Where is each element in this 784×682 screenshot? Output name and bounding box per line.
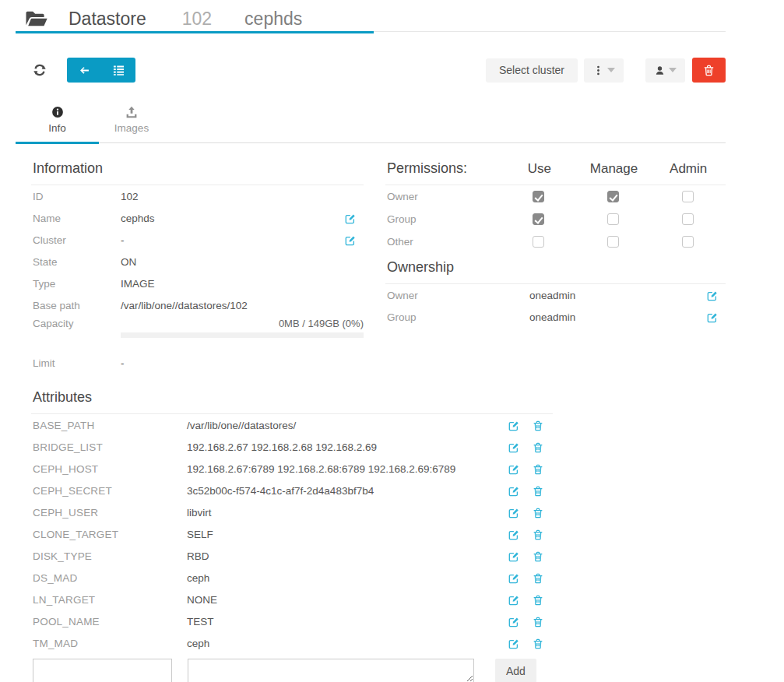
permissions-col-manage: Manage [577, 161, 652, 177]
other-use-checkbox[interactable] [533, 236, 544, 248]
permissions-title: Permissions: [387, 160, 502, 177]
attribute-name: CEPH_SECRET [31, 485, 187, 497]
list-view-button[interactable] [101, 58, 135, 83]
info-row-limit: Limit - [31, 352, 364, 374]
edit-icon [707, 312, 718, 323]
delete-attribute-button[interactable] [533, 419, 543, 431]
ownership-row-group: Group oneadmin [385, 306, 726, 328]
attribute-name: CLONE_TARGET [31, 529, 187, 540]
more-actions-dropdown-button[interactable] [584, 58, 624, 83]
other-admin-checkbox[interactable] [682, 236, 694, 248]
owner-manage-checkbox[interactable] [607, 191, 619, 202]
edit-icon [508, 464, 519, 475]
attribute-value: 3c52b00c-f574-4c1c-af7f-2d4a483bf7b4 [187, 485, 508, 497]
trash-icon [533, 529, 543, 540]
refresh-button[interactable] [33, 63, 47, 77]
delete-attribute-button[interactable] [533, 550, 543, 561]
trash-icon [533, 551, 543, 562]
new-attribute-name-input[interactable] [33, 659, 172, 682]
info-label: Cluster [31, 234, 121, 246]
delete-attribute-button[interactable] [533, 506, 543, 518]
list-icon [113, 65, 125, 76]
group-manage-checkbox[interactable] [607, 213, 619, 225]
trash-icon [533, 442, 543, 453]
info-row-state: State ON [31, 251, 364, 272]
delete-attribute-button[interactable] [533, 615, 543, 627]
new-attribute-value-textarea[interactable] [188, 659, 474, 682]
delete-attribute-button[interactable] [533, 571, 543, 583]
ownership-dropdown-button[interactable] [645, 58, 685, 83]
delete-attribute-button[interactable] [533, 637, 543, 649]
ownership-title: Ownership [385, 256, 726, 284]
owner-use-checkbox[interactable] [533, 191, 544, 202]
info-label: Type [31, 278, 121, 290]
tab-images[interactable]: Images [99, 101, 164, 144]
edit-cluster-button[interactable] [345, 234, 356, 245]
other-manage-checkbox[interactable] [607, 236, 619, 248]
delete-attribute-button[interactable] [533, 528, 543, 540]
select-cluster-button[interactable]: Select cluster [486, 58, 578, 83]
edit-attribute-button[interactable] [508, 441, 519, 452]
arrow-left-icon [79, 65, 90, 76]
folder-open-icon [25, 9, 48, 28]
attribute-row-ceph-host: CEPH_HOST 192.168.2.67:6789 192.168.2.68… [31, 458, 553, 480]
edit-group-button[interactable] [707, 311, 718, 322]
delete-attribute-button[interactable] [533, 484, 543, 496]
group-admin-checkbox[interactable] [682, 213, 694, 225]
info-value: IMAGE [121, 278, 364, 290]
edit-attribute-button[interactable] [508, 506, 519, 518]
delete-datastore-button[interactable] [692, 58, 726, 83]
permissions-col-use: Use [502, 161, 577, 177]
add-attribute-button[interactable]: Add [495, 659, 536, 682]
edit-icon [508, 573, 519, 584]
owner-admin-checkbox[interactable] [682, 191, 694, 202]
edit-icon [508, 595, 519, 606]
edit-attribute-button[interactable] [508, 637, 519, 649]
trash-icon [533, 638, 543, 649]
edit-attribute-button[interactable] [508, 571, 519, 583]
edit-owner-button[interactable] [707, 289, 718, 301]
info-value: ON [121, 256, 364, 268]
attribute-value: SELF [187, 529, 508, 540]
attribute-name: CEPH_USER [31, 507, 187, 519]
delete-attribute-button[interactable] [533, 441, 543, 452]
attribute-value: ceph [187, 572, 508, 584]
edit-attribute-button[interactable] [508, 550, 519, 561]
permissions-row-group: Group [385, 208, 726, 230]
tab-info[interactable]: Info [16, 101, 99, 144]
attribute-value: RBD [187, 550, 508, 562]
attribute-value: ceph [187, 638, 508, 649]
attribute-name: TM_MAD [31, 638, 187, 649]
edit-attribute-button[interactable] [508, 419, 519, 431]
delete-attribute-button[interactable] [533, 593, 543, 605]
info-row-capacity: Capacity 0MB / 149GB (0%) [31, 316, 364, 352]
tab-images-label: Images [114, 122, 149, 134]
toolbar: Select cluster [16, 58, 726, 83]
permissions-header: Permissions: Use Manage Admin [385, 157, 726, 185]
edit-attribute-button[interactable] [508, 462, 519, 474]
edit-name-button[interactable] [345, 212, 356, 223]
permissions-row-other: Other [385, 230, 726, 253]
info-value: - [121, 234, 345, 246]
permissions-panel: Permissions: Use Manage Admin Owner Grou… [385, 157, 726, 374]
add-attribute-row: Add [31, 659, 553, 682]
info-value: 102 [121, 191, 364, 202]
attribute-row-tm-mad: TM_MAD ceph [31, 632, 553, 654]
permissions-row-label: Owner [385, 191, 501, 202]
edit-icon [508, 638, 519, 649]
edit-attribute-button[interactable] [508, 528, 519, 540]
attribute-row-disk-type: DISK_TYPE RBD [31, 545, 553, 567]
info-value: cephds [121, 213, 345, 224]
capacity-progress-bar [121, 332, 364, 338]
attribute-row-base-path: BASE_PATH /var/lib/one//datastores/ [31, 414, 553, 436]
attribute-name: DISK_TYPE [31, 550, 187, 562]
back-button[interactable] [67, 58, 101, 83]
edit-attribute-button[interactable] [508, 615, 519, 627]
info-row-name: Name cephds [31, 207, 364, 229]
edit-attribute-button[interactable] [508, 593, 519, 605]
edit-attribute-button[interactable] [508, 484, 519, 496]
delete-attribute-button[interactable] [533, 462, 543, 474]
group-use-checkbox[interactable] [533, 213, 544, 225]
caret-down-icon [607, 68, 615, 72]
resource-name: cephds [244, 9, 302, 30]
